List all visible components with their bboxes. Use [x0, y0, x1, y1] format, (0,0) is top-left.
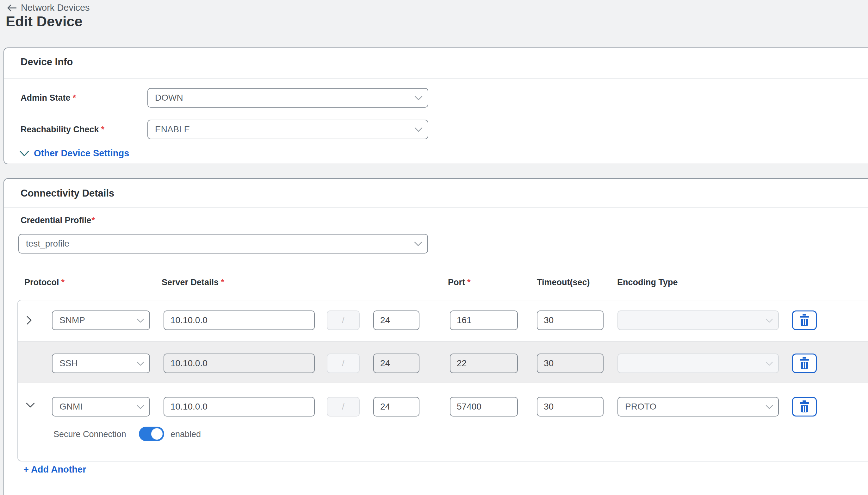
timeout-input[interactable] [537, 397, 604, 416]
column-header-port: Port* [448, 277, 471, 287]
column-header-server-details: Server Details* [162, 277, 224, 287]
chevron-down-icon [765, 358, 773, 369]
encoding-type-select[interactable]: PROTO [618, 397, 779, 416]
required-mark: * [73, 93, 76, 103]
row-expander-expanded-icon[interactable] [25, 402, 35, 411]
trash-icon [799, 400, 810, 413]
chevron-down-icon [414, 124, 423, 135]
column-header-protocol: Protocol* [24, 277, 65, 287]
protocol-rows-container: SNMP / [17, 300, 868, 461]
subnet-separator: / [327, 310, 360, 330]
admin-state-label: Admin State* [21, 93, 76, 103]
arrow-left-icon [6, 4, 17, 12]
admin-state-select[interactable]: DOWN [147, 88, 428, 108]
row-expander-collapsed-icon[interactable] [25, 315, 35, 325]
table-row-snmp: SNMP / [18, 300, 868, 341]
other-device-settings-label: Other Device Settings [34, 148, 129, 158]
required-mark: * [92, 216, 95, 225]
delete-row-button[interactable] [792, 397, 817, 416]
port-input[interactable] [450, 310, 518, 330]
timeout-input[interactable] [537, 310, 604, 330]
divider [4, 207, 868, 208]
column-header-timeout: Timeout(sec) [537, 277, 592, 287]
subnet-separator: / [327, 354, 360, 373]
admin-state-value: DOWN [155, 93, 183, 103]
server-details-input[interactable] [163, 397, 315, 416]
other-device-settings-toggle[interactable]: Other Device Settings [19, 148, 129, 158]
server-details-input[interactable] [163, 310, 315, 330]
delete-row-button[interactable] [792, 354, 817, 373]
prefix-length-input[interactable] [373, 397, 420, 416]
reachability-check-select[interactable]: ENABLE [147, 120, 428, 139]
table-row-ssh: SSH / [18, 341, 868, 383]
back-link[interactable]: Network Devices [6, 2, 90, 13]
prefix-length-input[interactable] [373, 354, 420, 373]
secure-connection-label: Secure Connection [53, 429, 126, 439]
protocol-select[interactable]: SNMP [52, 310, 150, 330]
credential-profile-select[interactable]: test_profile [18, 234, 428, 254]
back-link-label: Network Devices [21, 2, 90, 13]
chevron-down-icon [765, 402, 773, 412]
chevron-down-icon [137, 402, 144, 412]
chevron-down-icon [19, 150, 30, 157]
reachability-check-label: Reachability Check* [21, 125, 104, 135]
reachability-check-value: ENABLE [155, 124, 190, 135]
timeout-input[interactable] [537, 354, 604, 373]
port-input[interactable] [450, 354, 518, 373]
subnet-separator: / [327, 397, 360, 416]
credential-profile-value: test_profile [26, 239, 69, 249]
device-info-title: Device Info [21, 56, 73, 68]
secure-connection-toggle[interactable] [139, 427, 164, 441]
prefix-length-input[interactable] [373, 310, 420, 330]
add-another-button[interactable]: + Add Another [23, 464, 86, 475]
encoding-type-select [618, 354, 779, 373]
toggle-knob [151, 428, 163, 440]
secure-connection-state: enabled [171, 429, 201, 439]
protocol-select[interactable]: SSH [52, 354, 150, 373]
protocol-select[interactable]: GNMI [52, 397, 150, 416]
trash-icon [799, 314, 810, 327]
device-info-card: Device Info Admin State* DOWN Reachabili… [3, 48, 868, 164]
encoding-type-select [618, 310, 779, 330]
table-row-gnmi: GNMI / PROTO [18, 383, 868, 461]
trash-icon [799, 357, 810, 370]
chevron-down-icon [765, 315, 773, 325]
delete-row-button[interactable] [792, 310, 817, 330]
column-header-encoding-type: Encoding Type [617, 277, 680, 287]
connectivity-details-title: Connectivity Details [21, 188, 114, 199]
credential-profile-label: Credential Profile* [21, 216, 95, 225]
connectivity-details-card: Connectivity Details Credential Profile*… [3, 178, 868, 495]
chevron-down-icon [137, 315, 144, 325]
chevron-down-icon [414, 239, 422, 249]
required-mark: * [101, 125, 105, 134]
divider [4, 78, 868, 79]
port-input[interactable] [450, 397, 518, 416]
server-details-input[interactable] [163, 354, 315, 373]
add-another-label: + Add Another [23, 464, 86, 475]
chevron-down-icon [414, 93, 423, 103]
chevron-down-icon [137, 358, 144, 369]
page-title: Edit Device [6, 13, 83, 30]
